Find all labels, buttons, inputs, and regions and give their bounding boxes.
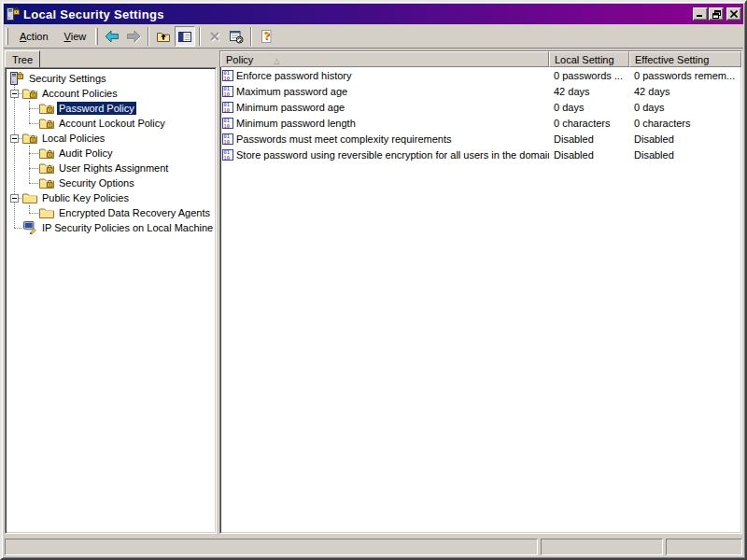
minimize-icon bbox=[697, 10, 704, 18]
help-button[interactable]: ? ? bbox=[256, 26, 276, 47]
folder-icon bbox=[39, 206, 54, 219]
minimize-button[interactable] bbox=[693, 7, 708, 21]
collapse-box[interactable] bbox=[10, 134, 19, 143]
local-setting-value: 0 days bbox=[549, 102, 629, 113]
list-header: Policy Local Setting Effective Setting bbox=[220, 51, 741, 67]
tree-item-password-policy[interactable]: Password Policy bbox=[6, 101, 216, 116]
policy-icon bbox=[222, 118, 233, 129]
policy-list-panel: Policy Local Setting Effective Setting E… bbox=[219, 50, 742, 534]
tree-pane: Tree Security Settings Account Policies bbox=[5, 50, 217, 534]
tree-item-public-key-policies[interactable]: Public Key Policies bbox=[6, 190, 216, 205]
forward-arrow-icon bbox=[126, 29, 141, 44]
policy-icon bbox=[222, 149, 233, 161]
toolbar: Action View bbox=[4, 24, 743, 49]
delete-x-icon bbox=[207, 29, 222, 44]
restore-icon bbox=[712, 10, 721, 19]
policy-icon bbox=[222, 102, 233, 113]
up-one-level-button[interactable] bbox=[153, 26, 174, 47]
tree-item-ip-security-policies[interactable]: IP Security Policies on Local Machine bbox=[6, 220, 216, 235]
folder-lock-icon bbox=[39, 161, 54, 175]
toolbar-separator bbox=[250, 27, 252, 46]
local-setting-value: 42 days bbox=[549, 86, 629, 97]
tree-item-audit-policy[interactable]: Audit Policy bbox=[6, 146, 216, 161]
tree-item-account-lockout-policy[interactable]: Account Lockout Policy bbox=[6, 116, 216, 131]
tab-tree[interactable]: Tree bbox=[5, 50, 40, 67]
policy-row[interactable]: Minimum password age 0 days 0 days bbox=[220, 99, 741, 115]
folder-lock-icon bbox=[39, 176, 54, 189]
main-area: Tree Security Settings Account Policies bbox=[4, 49, 743, 537]
effective-setting-value: 0 characters bbox=[629, 118, 741, 129]
policy-icon bbox=[222, 86, 233, 97]
tree-item-security-settings[interactable]: Security Settings bbox=[6, 71, 216, 86]
window-controls bbox=[693, 7, 741, 21]
policy-row[interactable]: Store password using reversible encrypti… bbox=[220, 147, 741, 162]
policy-icon bbox=[222, 70, 233, 81]
folder-lock-icon bbox=[22, 87, 37, 100]
tab-row: Tree bbox=[5, 50, 217, 67]
computer-pen-icon bbox=[22, 221, 37, 234]
policy-row[interactable]: Maximum password age 42 days 42 days bbox=[220, 83, 741, 99]
window-title: Local Security Settings bbox=[23, 7, 690, 21]
back-button[interactable] bbox=[102, 26, 122, 47]
menu-action[interactable]: Action bbox=[12, 28, 56, 45]
show-hide-console-tree-button[interactable] bbox=[175, 26, 195, 47]
export-list-icon bbox=[229, 29, 244, 44]
column-header-policy[interactable]: Policy bbox=[220, 51, 549, 67]
status-bar bbox=[4, 537, 743, 556]
sort-ascending-icon bbox=[253, 54, 279, 65]
column-header-local-setting[interactable]: Local Setting bbox=[549, 51, 629, 67]
effective-setting-value: 0 days bbox=[629, 102, 741, 113]
policy-icon bbox=[222, 133, 233, 145]
effective-setting-value: 42 days bbox=[629, 86, 741, 97]
status-segment bbox=[541, 539, 663, 555]
tree-item-encrypted-data-recovery-agents[interactable]: Encrypted Data Recovery Agents bbox=[6, 205, 216, 220]
local-setting-value: Disabled bbox=[549, 149, 629, 161]
policy-row[interactable]: Passwords must meet complexity requireme… bbox=[220, 131, 741, 147]
folder-lock-icon bbox=[39, 102, 54, 115]
effective-setting-value: Disabled bbox=[629, 133, 741, 145]
collapse-box[interactable] bbox=[10, 194, 19, 203]
delete-button[interactable] bbox=[204, 26, 225, 47]
effective-setting-value: Disabled bbox=[629, 149, 741, 161]
local-setting-value: Disabled bbox=[549, 133, 629, 145]
local-setting-value: 0 characters bbox=[549, 118, 629, 129]
status-segment bbox=[666, 539, 742, 555]
effective-setting-value: 0 passwords remem... bbox=[629, 70, 741, 81]
folder-icon bbox=[22, 191, 37, 204]
folder-lock-icon bbox=[39, 117, 54, 130]
help-icon: ? ? bbox=[259, 29, 274, 44]
rebar-grip[interactable] bbox=[6, 28, 8, 45]
tree-item-security-options[interactable]: Security Options bbox=[6, 175, 216, 190]
collapse-box[interactable] bbox=[10, 90, 19, 98]
local-security-settings-window: Local Security Settings Actio bbox=[0, 0, 747, 560]
export-list-button[interactable] bbox=[226, 26, 247, 47]
title-bar: Local Security Settings bbox=[4, 4, 743, 24]
close-button[interactable] bbox=[726, 7, 741, 21]
toolbar-separator bbox=[199, 27, 201, 46]
tree-item-account-policies[interactable]: Account Policies bbox=[6, 86, 216, 101]
policy-row[interactable]: Minimum password length 0 characters 0 c… bbox=[220, 115, 741, 131]
computer-lock-icon bbox=[9, 72, 24, 85]
menu-view[interactable]: View bbox=[57, 28, 94, 45]
column-header-effective-setting[interactable]: Effective Setting bbox=[629, 51, 741, 67]
rebar-grip[interactable] bbox=[95, 28, 98, 45]
back-arrow-icon bbox=[105, 29, 120, 44]
forward-button[interactable] bbox=[123, 26, 144, 47]
folder-lock-icon bbox=[39, 147, 54, 160]
tree-item-local-policies[interactable]: Local Policies bbox=[6, 131, 216, 146]
console-tree-icon bbox=[177, 29, 192, 44]
policy-row[interactable]: Enforce password history 0 passwords ...… bbox=[220, 67, 741, 83]
tree-item-user-rights-assignment[interactable]: User Rights Assignment bbox=[6, 161, 216, 175]
svg-text:?: ? bbox=[264, 30, 270, 42]
selected-tree-item-label: Password Policy bbox=[57, 102, 136, 115]
local-setting-value: 0 passwords ... bbox=[549, 70, 629, 81]
folder-lock-icon bbox=[22, 132, 37, 145]
status-segment bbox=[5, 539, 538, 555]
app-icon bbox=[6, 7, 21, 21]
close-icon bbox=[730, 10, 738, 18]
up-one-level-icon bbox=[156, 29, 171, 44]
restore-button[interactable] bbox=[709, 7, 724, 21]
console-tree: Security Settings Account Policies Passw… bbox=[5, 67, 217, 534]
toolbar-separator bbox=[148, 27, 149, 46]
